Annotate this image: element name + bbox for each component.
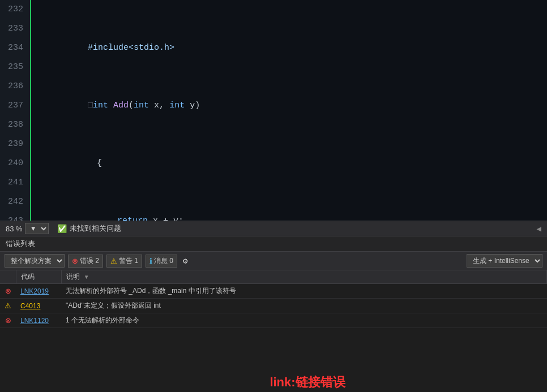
build-dropdown[interactable]: 生成 + IntelliSense <box>467 254 542 268</box>
divider-arrow: ◀ <box>537 224 541 234</box>
warning-code-link-2[interactable]: C4013 <box>20 302 40 310</box>
error-table-body: ⊗ LNK2019 无法解析的外部符号 _ADd，函数 _main 中引用了该符… <box>0 284 547 328</box>
row-code-2: C4013 <box>16 299 61 313</box>
table-row[interactable]: ⊗ LNK1120 1 个无法解析的外部命令 <box>0 313 547 328</box>
row-desc-2: "ADd"未定义；假设外部返回 int <box>61 299 547 313</box>
code-editor: 232 233 234 235 236 237 238 239 240 241 … <box>0 0 547 221</box>
scope-dropdown[interactable]: 整个解决方案 <box>5 254 65 268</box>
zoom-label: 83 % <box>6 225 23 233</box>
include-directive: #include<stdio.h> <box>88 43 174 53</box>
code-line-236: return x + y; <box>37 192 547 221</box>
line-num-242: 242 <box>7 192 23 212</box>
link-annotation: link:链接错误 <box>0 371 547 392</box>
error-count-label: 错误 2 <box>80 256 99 266</box>
space-234 <box>108 101 113 110</box>
kw-int-y: int <box>169 101 185 110</box>
error-circle-icon: ⊗ <box>72 257 78 265</box>
warning-count-button[interactable]: ⚠ 警告 1 <box>106 255 142 268</box>
brace-open-235: { <box>97 158 102 168</box>
end-234: y) <box>185 101 200 110</box>
error-panel: 错误列表 整个解决方案 ⊗ 错误 2 ⚠ 警告 1 ℹ 消息 0 ⚙ 生成 + … <box>0 236 547 392</box>
zoom-dropdown[interactable]: ▼ <box>25 223 49 234</box>
info-circle-icon: ℹ <box>149 257 152 265</box>
error-code-link-3[interactable]: LNK1120 <box>20 317 49 325</box>
line-num-237: 237 <box>7 96 23 115</box>
code-line-235: { <box>37 135 547 192</box>
box-icon-234: □ <box>88 101 93 110</box>
filter-icon: ⚙ <box>183 256 187 266</box>
ok-icon: ✅ <box>57 224 67 233</box>
error-code-link-1[interactable]: LNK2019 <box>20 287 49 295</box>
kw-int-x: int <box>134 101 149 110</box>
zoom-control: 83 % ▼ <box>6 223 49 234</box>
code-line-233: #include<stdio.h> <box>37 19 547 77</box>
status-bar: 83 % ▼ ✅ 未找到相关问题 ◀ <box>0 221 547 236</box>
sort-icon: ▼ <box>84 274 89 280</box>
col-header-code: 代码 <box>16 270 61 284</box>
row-desc-3: 1 个无法解析的外部命令 <box>61 313 547 328</box>
table-row[interactable]: ⊗ LNK2019 无法解析的外部符号 _ADd，函数 _main 中引用了该符… <box>0 284 547 299</box>
paren-234: ( <box>129 101 134 110</box>
line-num-243: 243 <box>7 212 23 221</box>
error-table: 代码 说明 ▼ ⊗ LNK20 <box>0 270 547 328</box>
row-desc-1: 无法解析的外部符号 _ADd，函数 _main 中引用了该符号 <box>61 284 547 299</box>
kw-return-236: return <box>117 216 148 221</box>
error-table-container: 代码 说明 ▼ ⊗ LNK20 <box>0 270 547 371</box>
line-num-233: 233 <box>7 19 23 38</box>
line-num-241: 241 <box>7 173 23 192</box>
line-num-239: 239 <box>7 135 23 154</box>
info-count-label: 消息 0 <box>154 256 173 266</box>
space2-234: x, <box>149 101 169 110</box>
error-count-button[interactable]: ⊗ 错误 2 <box>68 255 103 268</box>
line-num-232: 232 <box>7 0 23 19</box>
app-container: 232 233 234 235 236 237 238 239 240 241 … <box>0 0 547 392</box>
info-count-button[interactable]: ℹ 消息 0 <box>146 255 177 268</box>
line-num-238: 238 <box>7 115 23 135</box>
col-header-desc: 说明 ▼ <box>61 270 547 284</box>
line-num-240: 240 <box>7 154 23 173</box>
status-ok: ✅ 未找到相关问题 <box>57 223 121 234</box>
line-num-236: 236 <box>7 77 23 96</box>
error-panel-title: 错误列表 <box>0 236 547 252</box>
code-area: 232 233 234 235 236 237 238 239 240 241 … <box>0 0 547 221</box>
error-icon-3: ⊗ <box>5 316 11 325</box>
warning-triangle-icon: ⚠ <box>110 257 117 265</box>
error-icon-1: ⊗ <box>5 287 11 295</box>
row-type-icon-2: ⚠ <box>0 299 16 313</box>
status-text: 未找到相关问题 <box>70 223 121 234</box>
warning-count-label: 警告 1 <box>119 256 138 266</box>
return-val-236: x + y; <box>148 216 183 221</box>
indent-236 <box>97 216 117 221</box>
col-header-icon <box>0 270 16 284</box>
code-line-232 <box>37 0 547 19</box>
row-code-3: LNK1120 <box>16 313 61 328</box>
line-numbers: 232 233 234 235 236 237 238 239 240 241 … <box>0 0 31 221</box>
code-content-area[interactable]: #include<stdio.h> □int Add(int x, int y)… <box>31 0 547 221</box>
line-num-235: 235 <box>7 58 23 77</box>
code-line-234: □int Add(int x, int y) <box>37 77 547 135</box>
line-num-234: 234 <box>7 38 23 58</box>
kw-int-234: int <box>93 101 108 110</box>
table-row[interactable]: ⚠ C4013 "ADd"未定义；假设外部返回 int <box>0 299 547 313</box>
fn-add: Add <box>113 101 129 110</box>
row-type-icon-3: ⊗ <box>0 313 16 328</box>
row-type-icon-1: ⊗ <box>0 284 16 299</box>
error-toolbar: 整个解决方案 ⊗ 错误 2 ⚠ 警告 1 ℹ 消息 0 ⚙ 生成 + Intel… <box>0 252 547 270</box>
error-table-header: 代码 说明 ▼ <box>0 270 547 284</box>
error-panel-label: 错误列表 <box>6 239 35 248</box>
warning-icon-2: ⚠ <box>5 301 11 310</box>
row-code-1: LNK2019 <box>16 284 61 299</box>
